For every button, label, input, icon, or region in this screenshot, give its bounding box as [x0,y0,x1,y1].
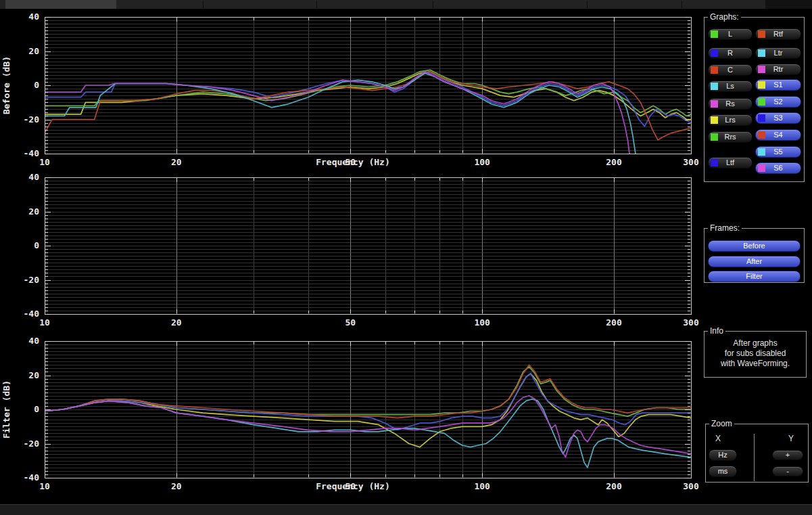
frame-button-label: After [746,257,762,265]
graph-button-S2[interactable]: S2 [755,96,801,108]
graph-button-L[interactable]: L [708,28,753,40]
graph-button-label: Rrs [724,133,736,141]
frame-button-label: Filter [746,272,762,280]
svg-text:-40: -40 [24,148,40,158]
info-line: with WaveForming. [704,359,806,369]
graph-color-swatch [758,98,765,106]
graph-button-Rtf[interactable]: Rtf [755,28,801,40]
svg-text:100: 100 [474,481,490,491]
graph-color-swatch [711,100,718,108]
svg-text:300: 300 [683,317,699,328]
graph-button-label: S2 [773,97,782,106]
svg-text:200: 200 [606,157,622,167]
graph-button-label: Ltf [726,158,734,166]
svg-text:100: 100 [474,317,490,328]
graph-color-swatch [711,159,718,166]
graph-button-Ltf[interactable]: Ltf [708,157,753,169]
svg-text:-20: -20 [24,114,40,125]
graph-button-S4[interactable]: S4 [755,129,801,141]
info-groupbox: Info After graphs for subs disabled with… [704,331,807,378]
svg-text:200: 200 [606,481,622,491]
svg-text:Before (dB): Before (dB) [1,56,11,114]
chart-before: 40200-20-40102050100200300Before (dB)Fre… [0,9,700,171]
tab-separator [316,1,317,8]
svg-text:20: 20 [28,46,39,56]
chart-after: 40200-20-40102050100200300 [0,169,700,332]
graph-button-S1[interactable]: S1 [755,79,801,91]
svg-text:Frequency (Hz): Frequency (Hz) [316,481,390,491]
graph-button-S3[interactable]: S3 [755,112,801,124]
frames-group-label: Frames: [708,223,742,233]
svg-text:40: 40 [28,12,39,22]
graph-button-label: S1 [773,81,782,89]
svg-text:0: 0 [34,404,39,414]
zoom-groupbox: Zoom X Y Hz ms + - [705,424,809,483]
graph-button-Lrs[interactable]: Lrs [708,114,753,126]
graphs-groupbox: Graphs: L R C Ls Rs [704,17,805,182]
zoom-group-label: Zoom [709,419,734,428]
svg-text:Filter (dB): Filter (dB) [1,380,11,439]
info-group-label: Info [708,326,725,336]
graph-button-label: Ltr [774,49,783,57]
svg-text:-20: -20 [24,275,40,285]
svg-text:20: 20 [171,317,182,328]
graph-button-S5[interactable]: S5 [755,146,801,158]
tab-strip[interactable] [0,0,812,9]
zoom-y-plus-button[interactable]: + [772,450,803,460]
zoom-x-ms-button[interactable]: ms [709,466,737,477]
graph-color-swatch [758,131,765,139]
graph-button-Ls[interactable]: Ls [708,81,753,92]
graph-color-swatch [758,114,765,122]
svg-text:20: 20 [171,157,182,167]
tab-strip-end [765,0,812,9]
tab-segment-active[interactable] [5,0,116,9]
graph-color-swatch [711,49,718,57]
zoom-button-label: Hz [718,451,727,459]
svg-text:10: 10 [39,157,50,167]
graph-button-Rs[interactable]: Rs [708,98,753,110]
graph-button-Rtr[interactable]: Rtr [755,64,801,75]
zoom-y-heading: Y [788,434,794,443]
graph-button-label: Lrs [725,116,735,124]
tab-separator [587,1,588,8]
graph-button-label: Rtf [773,30,783,38]
svg-text:200: 200 [606,317,622,328]
graph-color-swatch [758,49,765,57]
svg-text:20: 20 [28,370,39,380]
graphs-group-label: Graphs: [708,12,741,22]
zoom-x-hz-button[interactable]: Hz [709,449,737,461]
zoom-y-minus-button[interactable]: - [772,466,803,476]
frame-button-after[interactable]: After [708,256,801,267]
graph-color-swatch [758,81,765,89]
svg-text:100: 100 [474,157,490,167]
frame-button-before[interactable]: Before [708,240,801,252]
graph-color-swatch [758,66,765,73]
tab-separator [433,1,433,8]
graph-color-swatch [711,133,718,141]
graph-button-R[interactable]: R [708,47,753,59]
app-window: Graphs: L R C Ls Rs [0,0,812,515]
graph-button-label: L [728,30,732,38]
svg-text:-40: -40 [24,472,40,483]
graph-button-label: C [727,66,733,74]
svg-text:Frequency (Hz): Frequency (Hz) [316,157,390,167]
zoom-divider [754,434,755,481]
svg-text:10: 10 [39,317,50,328]
info-text: After graphs for subs disabled with Wave… [704,338,806,369]
graph-button-Rrs[interactable]: Rrs [708,131,753,143]
graph-color-swatch [758,30,765,38]
svg-text:50: 50 [345,317,356,328]
svg-text:-20: -20 [24,439,40,449]
tab-separator [203,1,204,8]
graph-button-S6[interactable]: S6 [755,162,801,174]
frame-button-filter[interactable]: Filter [708,271,801,282]
svg-text:20: 20 [171,481,182,491]
graph-button-label: S3 [773,114,782,122]
graph-color-swatch [711,66,718,74]
svg-text:40: 40 [28,172,39,182]
graph-button-C[interactable]: C [708,64,753,76]
graph-color-swatch [758,164,765,172]
graph-button-Ltr[interactable]: Ltr [755,47,801,59]
graph-color-swatch [711,30,718,38]
zoom-button-label: - [786,467,789,475]
